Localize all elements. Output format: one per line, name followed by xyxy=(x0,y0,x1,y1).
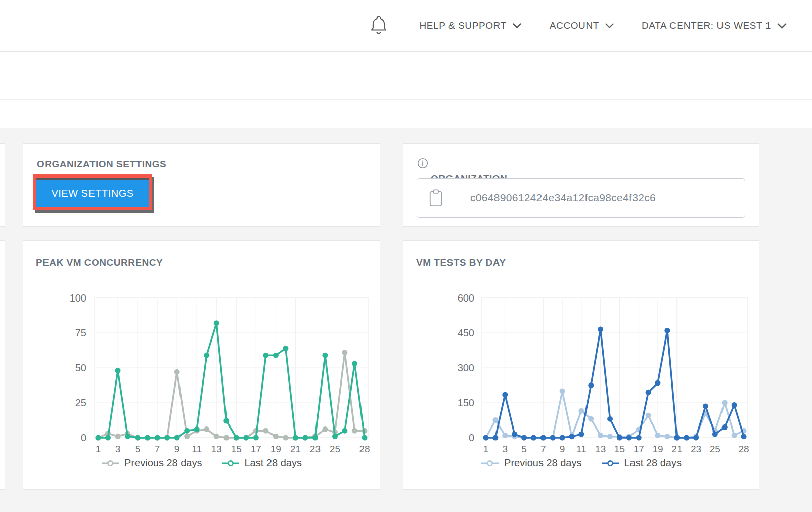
data-point-last-28-days xyxy=(105,435,111,441)
x-tick-label: 25 xyxy=(710,444,720,454)
x-tick-label: 3 xyxy=(115,444,121,454)
x-tick-label: 1 xyxy=(96,444,101,454)
data-point-last-28-days xyxy=(322,353,328,358)
x-tick-label: 17 xyxy=(251,444,261,454)
data-point-previous-28-days xyxy=(607,434,613,439)
data-point-last-28-days xyxy=(135,435,141,441)
legend-label: Previous 28 days xyxy=(504,457,581,469)
x-tick-label: 15 xyxy=(231,444,242,454)
nav-divider xyxy=(629,11,629,40)
legend-item-last-28-days[interactable]: Last 28 days xyxy=(601,457,682,469)
data-point-last-28-days xyxy=(302,435,308,441)
y-tick-label: 100 xyxy=(70,292,86,304)
highlight-annotation-box: VIEW SETTINGS xyxy=(33,174,152,210)
account-menu[interactable]: ACCOUNT xyxy=(550,20,614,31)
series-line-last-28-days xyxy=(98,323,365,438)
data-point-last-28-days xyxy=(204,353,209,358)
data-point-last-28-days xyxy=(492,435,498,441)
legend-marker-icon xyxy=(481,460,499,467)
y-tick-label: 450 xyxy=(458,327,474,338)
data-point-last-28-days xyxy=(712,432,718,437)
y-tick-label: 300 xyxy=(458,362,474,373)
x-tick-label: 5 xyxy=(521,444,527,454)
data-point-last-28-days xyxy=(214,320,219,326)
view-settings-button[interactable]: VIEW SETTINGS xyxy=(36,178,149,207)
chevron-down-icon xyxy=(777,23,787,29)
data-point-last-28-days xyxy=(626,435,632,441)
data-point-last-28-days xyxy=(703,403,708,409)
data-point-last-28-days xyxy=(664,328,670,333)
organization-settings-card: ORGANIZATION SETTINGS VIEW SETTINGS xyxy=(23,143,380,227)
data-point-last-28-days xyxy=(352,361,357,366)
legend-marker-icon xyxy=(601,460,619,467)
data-point-last-28-days xyxy=(521,435,527,441)
partial-card-left-top xyxy=(0,143,5,227)
x-tick-label: 25 xyxy=(330,444,340,454)
data-point-last-28-days xyxy=(569,434,575,439)
y-tick-label: 25 xyxy=(75,397,86,408)
data-point-previous-28-days xyxy=(214,434,219,439)
data-point-previous-28-days xyxy=(223,435,229,441)
data-point-previous-28-days xyxy=(283,435,288,441)
data-point-last-28-days xyxy=(145,435,150,441)
data-point-previous-28-days xyxy=(204,426,209,432)
x-tick-label: 17 xyxy=(634,444,644,454)
data-point-last-28-days xyxy=(155,435,160,441)
data-point-last-28-days xyxy=(540,435,546,441)
data-point-last-28-days xyxy=(550,435,556,441)
legend-item-previous-28-days[interactable]: Previous 28 days xyxy=(481,457,581,469)
data-point-previous-28-days xyxy=(732,433,737,438)
organization-id-field[interactable]: c064890612424e34a12fca98ce4f32c6 xyxy=(417,178,745,218)
legend-item-last-28-days[interactable]: Last 28 days xyxy=(221,457,302,469)
data-center-menu[interactable]: DATA CENTER: US WEST 1 xyxy=(642,20,787,31)
x-tick-label: 21 xyxy=(671,444,682,454)
data-point-last-28-days xyxy=(674,435,680,441)
organization-id-card: ORGANIZATION ID c064890612424e34a12fca98… xyxy=(403,143,759,227)
x-tick-label: 28 xyxy=(359,444,370,454)
organization-id-value: c064890612424e34a12fca98ce4f32c6 xyxy=(455,179,745,217)
x-tick-label: 11 xyxy=(576,444,587,454)
x-tick-label: 3 xyxy=(502,444,508,454)
vm-tests-by-day-card: VM TESTS BY DAY 015030045060013579111315… xyxy=(403,240,759,490)
data-point-last-28-days xyxy=(96,435,101,441)
x-tick-label: 7 xyxy=(540,444,546,454)
vm-tests-by-day-chart: 015030045060013579111315171921232528 xyxy=(403,285,754,457)
help-support-menu[interactable]: HELP & SUPPORT xyxy=(419,20,521,31)
partial-card-left-bottom xyxy=(0,240,5,490)
legend-label: Last 28 days xyxy=(624,457,682,469)
data-point-previous-28-days xyxy=(664,434,670,439)
organization-settings-title: ORGANIZATION SETTINGS xyxy=(37,159,166,170)
top-navigation-bar: HELP & SUPPORT ACCOUNT DATA CENTER: US W… xyxy=(0,0,812,52)
data-point-last-28-days xyxy=(578,432,584,437)
x-tick-label: 5 xyxy=(135,444,141,454)
toolbar-band xyxy=(0,52,812,100)
data-point-last-28-days xyxy=(164,435,170,441)
data-point-previous-28-days xyxy=(322,426,328,432)
data-point-last-28-days xyxy=(312,435,318,441)
y-tick-label: 0 xyxy=(469,432,474,443)
y-tick-label: 0 xyxy=(81,432,86,443)
data-point-last-28-days xyxy=(741,434,747,439)
legend-item-previous-28-days[interactable]: Previous 28 days xyxy=(101,457,202,469)
legend-marker-icon xyxy=(101,460,119,467)
chevron-down-icon xyxy=(513,23,521,29)
data-center-label: DATA CENTER: US WEST 1 xyxy=(642,20,771,31)
data-point-last-28-days xyxy=(693,435,699,441)
series-line-last-28-days xyxy=(486,329,744,438)
data-point-previous-28-days xyxy=(655,433,661,438)
data-point-previous-28-days xyxy=(588,416,594,422)
peak-vm-concurrency-chart: 025507510013579111315171921232528 xyxy=(23,285,375,457)
data-point-previous-28-days xyxy=(342,350,347,355)
copy-to-clipboard-button[interactable] xyxy=(417,179,455,217)
legend-label: Last 28 days xyxy=(245,457,302,469)
x-tick-label: 21 xyxy=(290,444,301,454)
data-point-previous-28-days xyxy=(492,417,498,423)
data-point-last-28-days xyxy=(362,435,368,441)
info-icon[interactable] xyxy=(417,158,428,169)
x-tick-label: 1 xyxy=(483,444,489,454)
data-point-last-28-days xyxy=(194,426,200,432)
x-tick-label: 19 xyxy=(270,444,281,454)
data-point-last-28-days xyxy=(174,435,180,441)
notifications-bell-button[interactable] xyxy=(370,15,388,36)
x-tick-label: 23 xyxy=(691,444,701,454)
